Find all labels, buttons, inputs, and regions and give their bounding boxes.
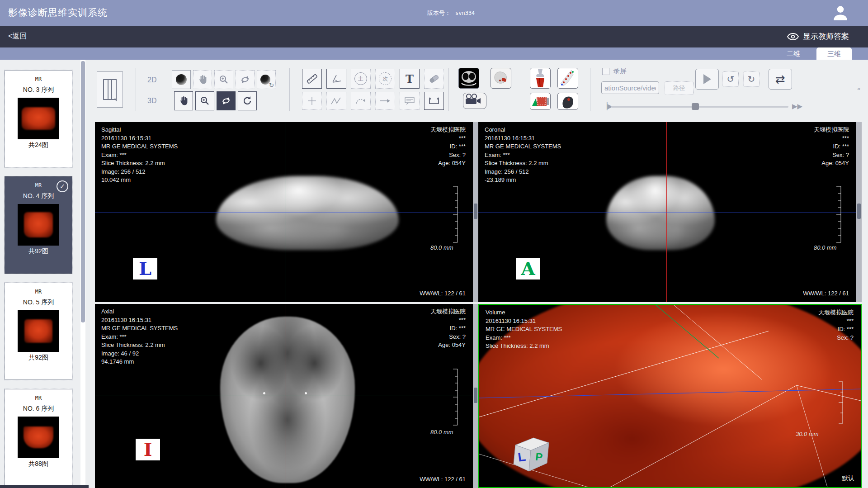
- series-name: NO. 3 序列: [5, 86, 72, 94]
- vp-thickness: Slice Thickness: 2.2 mm: [486, 342, 562, 351]
- rotate-2d-button[interactable]: [236, 70, 255, 89]
- crosshair-horizontal-blue[interactable]: [95, 213, 473, 213]
- primary-marker-button[interactable]: 主: [351, 69, 371, 89]
- fast-forward-icon[interactable]: ▶▶: [792, 102, 802, 110]
- playback-slider-track[interactable]: [611, 106, 788, 108]
- preset-heart-button[interactable]: [557, 93, 578, 110]
- vp-thickness: Slice Thickness: 2.2 mm: [101, 159, 178, 168]
- volume-preset-label[interactable]: 默认: [842, 474, 854, 483]
- sidebar-scrollbar-thumb[interactable]: [81, 61, 85, 322]
- ruler-button[interactable]: [302, 69, 322, 89]
- caliper-button[interactable]: [424, 92, 444, 110]
- wwwl-2d-button[interactable]: [172, 70, 191, 89]
- preset-limb-button[interactable]: [557, 68, 578, 89]
- screenshot-camera-button[interactable]: [463, 93, 486, 109]
- version-value: svn334: [455, 10, 475, 16]
- loop-backward-button[interactable]: ↺: [722, 71, 739, 87]
- zoom-3d-button[interactable]: [195, 91, 214, 110]
- secondary-circle-icon: 次: [379, 72, 392, 85]
- user-avatar-icon[interactable]: [831, 4, 850, 24]
- angle-button[interactable]: [326, 69, 346, 89]
- rotate-3d-button-active[interactable]: [217, 91, 236, 110]
- record-checkbox[interactable]: [602, 68, 609, 75]
- zoom-2d-button[interactable]: [214, 70, 233, 89]
- crosshair-button[interactable]: [302, 92, 322, 110]
- orientation-cube[interactable]: L P: [507, 435, 552, 477]
- polyline-button[interactable]: [326, 92, 346, 110]
- scrollbar-thumb[interactable]: [474, 204, 477, 219]
- series-card-5[interactable]: MR NO. 5 序列 共92图: [5, 283, 72, 380]
- viewport-sagittal[interactable]: Sagittal 20161130 16:15:31 MR GE MEDICAL…: [95, 122, 473, 302]
- sagittal-slice-scrollbar[interactable]: [473, 122, 478, 302]
- refresh-arrow-icon: [241, 95, 253, 107]
- curve-button[interactable]: [351, 92, 371, 110]
- path-button[interactable]: 路径: [665, 81, 693, 95]
- crosshair-vertical-red[interactable]: [666, 122, 667, 302]
- playback-slider-thumb[interactable]: [692, 103, 699, 110]
- dicom-overlay-left: Volume 20161130 16:15:31 MR GE MEDICAL S…: [486, 308, 562, 351]
- vp-image-index: Image: 46 / 92: [101, 350, 178, 358]
- crosshair-vertical-green[interactable]: [286, 122, 286, 302]
- mr-image-sagittal: [216, 176, 399, 250]
- wwwl-readout: WW/WL: 122 / 61: [420, 290, 466, 297]
- mode-3d-label: 3D: [147, 97, 156, 105]
- vp-image-index: Image: 256 / 512: [485, 168, 561, 176]
- record-screen-option[interactable]: 录屏: [602, 67, 627, 76]
- swap-direction-button[interactable]: ⇄: [769, 69, 792, 90]
- tab-3d[interactable]: 三维: [816, 47, 852, 60]
- crosshair-vertical-red[interactable]: [286, 304, 286, 488]
- preset-skull-button[interactable]: [491, 68, 511, 89]
- series-card-3[interactable]: MR NO. 3 序列 共24图: [5, 70, 72, 167]
- vp-device: MR GE MEDICAL SYSTEMS: [101, 142, 178, 151]
- show-teacher-answer-button[interactable]: 显示教师答案: [787, 31, 849, 42]
- vp-patient-id: ID: ***: [818, 325, 854, 334]
- viewport-axial[interactable]: Axial 20161130 16:15:31 MR GE MEDICAL SY…: [95, 304, 473, 488]
- reset-3d-button[interactable]: [238, 91, 257, 110]
- series-modality: MR: [5, 76, 72, 82]
- scrollbar-thumb[interactable]: [474, 388, 477, 403]
- scale-label: 80.0 mm: [814, 244, 837, 251]
- series-card-4-selected[interactable]: ✓ MR NO. 4 序列 共92图: [5, 176, 72, 274]
- loop-forward-button[interactable]: ↻: [743, 71, 760, 87]
- collapse-chevron-icon[interactable]: »: [857, 85, 860, 92]
- limb-points-icon: [558, 68, 578, 88]
- preset-muscle-button[interactable]: [530, 93, 551, 110]
- arrow-button[interactable]: [375, 92, 395, 110]
- mode-2d-label: 2D: [147, 76, 156, 84]
- text-annotation-button[interactable]: T: [400, 69, 420, 89]
- scrollbar-thumb[interactable]: [857, 204, 861, 219]
- crosshair-horizontal-blue[interactable]: [478, 213, 856, 213]
- coronal-slice-scrollbar[interactable]: [856, 122, 862, 302]
- toolbar-separator: [448, 68, 449, 111]
- preset-knee-button[interactable]: [530, 68, 551, 89]
- vp-sex: Sex: ?: [814, 151, 849, 160]
- back-button[interactable]: <返回: [8, 32, 27, 41]
- viewport-coronal[interactable]: Coronal 20161130 16:15:31 MR GE MEDICAL …: [478, 122, 856, 302]
- callout-button[interactable]: [400, 92, 420, 110]
- pan-2d-button[interactable]: [193, 70, 212, 89]
- axial-slice-scrollbar[interactable]: [473, 304, 478, 488]
- viewport-volume-active[interactable]: Volume 20161130 16:15:31 MR GE MEDICAL S…: [478, 304, 862, 488]
- nav-bar: <返回 显示教师答案: [0, 26, 868, 47]
- secondary-marker-button[interactable]: 次: [375, 69, 395, 89]
- dicom-overlay-right: 天堰模拟医院 *** ID: *** Sex: ?: [818, 308, 854, 342]
- pan-3d-button[interactable]: [174, 91, 193, 110]
- record-path-input[interactable]: [601, 81, 659, 94]
- eraser-button[interactable]: [424, 69, 444, 89]
- header-bar: 影像诊断思维实训系统 版本号：svn334: [0, 0, 868, 26]
- vp-title: Volume: [486, 308, 562, 317]
- caliper-icon: [428, 96, 440, 106]
- series-card-6[interactable]: MR NO. 6 序列 共88图: [5, 389, 72, 486]
- series-thumbnail: [18, 417, 59, 458]
- callout-icon: [404, 96, 415, 106]
- muscle-fiber-icon: [530, 93, 550, 109]
- scale-ruler: [450, 185, 459, 243]
- wwwl-reset-2d-button[interactable]: ↻: [257, 70, 276, 89]
- tab-2d[interactable]: 二维: [778, 47, 809, 60]
- play-button[interactable]: [695, 69, 719, 90]
- layout-grid-button[interactable]: [97, 71, 123, 108]
- series-count: 共24图: [5, 141, 72, 149]
- series-modality: MR: [5, 395, 72, 401]
- crosshair-horizontal-green[interactable]: [95, 395, 473, 395]
- preset-lung-button[interactable]: [458, 68, 479, 89]
